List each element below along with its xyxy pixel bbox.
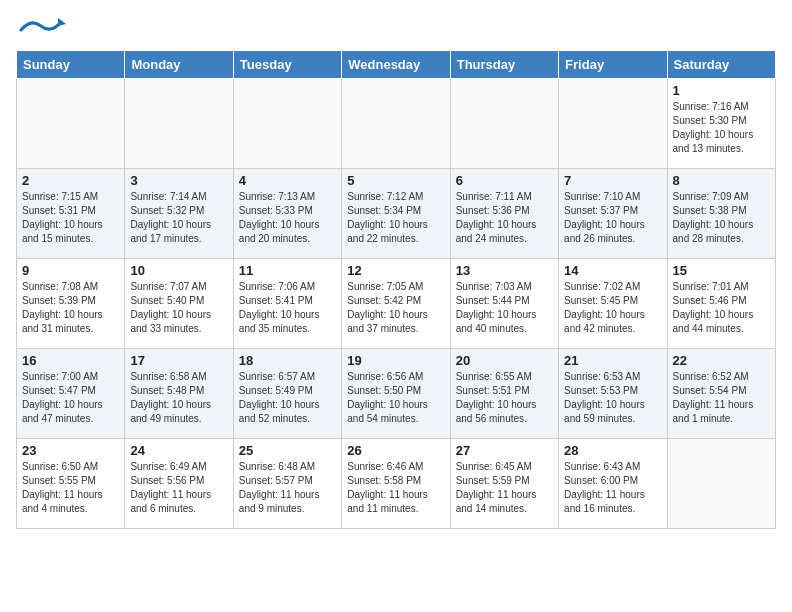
day-detail: Sunrise: 7:06 AM Sunset: 5:41 PM Dayligh…	[239, 280, 336, 336]
day-detail: Sunrise: 6:45 AM Sunset: 5:59 PM Dayligh…	[456, 460, 553, 516]
calendar-cell: 9Sunrise: 7:08 AM Sunset: 5:39 PM Daylig…	[17, 259, 125, 349]
day-number: 12	[347, 263, 444, 278]
day-detail: Sunrise: 7:01 AM Sunset: 5:46 PM Dayligh…	[673, 280, 770, 336]
day-detail: Sunrise: 7:00 AM Sunset: 5:47 PM Dayligh…	[22, 370, 119, 426]
day-detail: Sunrise: 6:50 AM Sunset: 5:55 PM Dayligh…	[22, 460, 119, 516]
calendar-cell: 11Sunrise: 7:06 AM Sunset: 5:41 PM Dayli…	[233, 259, 341, 349]
day-number: 3	[130, 173, 227, 188]
calendar-cell: 8Sunrise: 7:09 AM Sunset: 5:38 PM Daylig…	[667, 169, 775, 259]
col-header-monday: Monday	[125, 51, 233, 79]
calendar-cell	[17, 79, 125, 169]
day-detail: Sunrise: 6:57 AM Sunset: 5:49 PM Dayligh…	[239, 370, 336, 426]
day-detail: Sunrise: 7:11 AM Sunset: 5:36 PM Dayligh…	[456, 190, 553, 246]
day-detail: Sunrise: 6:56 AM Sunset: 5:50 PM Dayligh…	[347, 370, 444, 426]
day-detail: Sunrise: 7:02 AM Sunset: 5:45 PM Dayligh…	[564, 280, 661, 336]
calendar-cell: 24Sunrise: 6:49 AM Sunset: 5:56 PM Dayli…	[125, 439, 233, 529]
day-number: 8	[673, 173, 770, 188]
calendar-cell	[233, 79, 341, 169]
day-detail: Sunrise: 7:10 AM Sunset: 5:37 PM Dayligh…	[564, 190, 661, 246]
logo-icon	[16, 16, 66, 34]
day-detail: Sunrise: 6:46 AM Sunset: 5:58 PM Dayligh…	[347, 460, 444, 516]
day-number: 16	[22, 353, 119, 368]
day-detail: Sunrise: 6:53 AM Sunset: 5:53 PM Dayligh…	[564, 370, 661, 426]
calendar-cell: 18Sunrise: 6:57 AM Sunset: 5:49 PM Dayli…	[233, 349, 341, 439]
day-detail: Sunrise: 7:12 AM Sunset: 5:34 PM Dayligh…	[347, 190, 444, 246]
day-detail: Sunrise: 7:08 AM Sunset: 5:39 PM Dayligh…	[22, 280, 119, 336]
calendar-week-4: 23Sunrise: 6:50 AM Sunset: 5:55 PM Dayli…	[17, 439, 776, 529]
calendar-cell: 5Sunrise: 7:12 AM Sunset: 5:34 PM Daylig…	[342, 169, 450, 259]
day-number: 24	[130, 443, 227, 458]
calendar-cell: 12Sunrise: 7:05 AM Sunset: 5:42 PM Dayli…	[342, 259, 450, 349]
calendar-cell: 13Sunrise: 7:03 AM Sunset: 5:44 PM Dayli…	[450, 259, 558, 349]
calendar-week-2: 9Sunrise: 7:08 AM Sunset: 5:39 PM Daylig…	[17, 259, 776, 349]
day-number: 20	[456, 353, 553, 368]
calendar-cell	[559, 79, 667, 169]
calendar-cell: 19Sunrise: 6:56 AM Sunset: 5:50 PM Dayli…	[342, 349, 450, 439]
calendar-cell: 7Sunrise: 7:10 AM Sunset: 5:37 PM Daylig…	[559, 169, 667, 259]
day-number: 14	[564, 263, 661, 278]
calendar-cell: 4Sunrise: 7:13 AM Sunset: 5:33 PM Daylig…	[233, 169, 341, 259]
svg-marker-0	[58, 18, 66, 26]
day-detail: Sunrise: 6:48 AM Sunset: 5:57 PM Dayligh…	[239, 460, 336, 516]
calendar-cell: 25Sunrise: 6:48 AM Sunset: 5:57 PM Dayli…	[233, 439, 341, 529]
calendar-cell: 1Sunrise: 7:16 AM Sunset: 5:30 PM Daylig…	[667, 79, 775, 169]
col-header-tuesday: Tuesday	[233, 51, 341, 79]
calendar-table: SundayMondayTuesdayWednesdayThursdayFrid…	[16, 50, 776, 529]
day-number: 25	[239, 443, 336, 458]
day-number: 1	[673, 83, 770, 98]
day-number: 9	[22, 263, 119, 278]
day-number: 22	[673, 353, 770, 368]
calendar-cell: 21Sunrise: 6:53 AM Sunset: 5:53 PM Dayli…	[559, 349, 667, 439]
day-detail: Sunrise: 6:52 AM Sunset: 5:54 PM Dayligh…	[673, 370, 770, 426]
col-header-friday: Friday	[559, 51, 667, 79]
day-detail: Sunrise: 7:09 AM Sunset: 5:38 PM Dayligh…	[673, 190, 770, 246]
day-number: 23	[22, 443, 119, 458]
calendar-cell: 10Sunrise: 7:07 AM Sunset: 5:40 PM Dayli…	[125, 259, 233, 349]
calendar-cell: 28Sunrise: 6:43 AM Sunset: 6:00 PM Dayli…	[559, 439, 667, 529]
day-detail: Sunrise: 7:07 AM Sunset: 5:40 PM Dayligh…	[130, 280, 227, 336]
calendar-cell: 2Sunrise: 7:15 AM Sunset: 5:31 PM Daylig…	[17, 169, 125, 259]
calendar-cell	[125, 79, 233, 169]
calendar-cell: 14Sunrise: 7:02 AM Sunset: 5:45 PM Dayli…	[559, 259, 667, 349]
col-header-thursday: Thursday	[450, 51, 558, 79]
day-detail: Sunrise: 7:16 AM Sunset: 5:30 PM Dayligh…	[673, 100, 770, 156]
calendar-cell: 26Sunrise: 6:46 AM Sunset: 5:58 PM Dayli…	[342, 439, 450, 529]
calendar-cell: 27Sunrise: 6:45 AM Sunset: 5:59 PM Dayli…	[450, 439, 558, 529]
calendar-cell: 3Sunrise: 7:14 AM Sunset: 5:32 PM Daylig…	[125, 169, 233, 259]
day-detail: Sunrise: 6:49 AM Sunset: 5:56 PM Dayligh…	[130, 460, 227, 516]
day-number: 27	[456, 443, 553, 458]
day-number: 19	[347, 353, 444, 368]
day-number: 4	[239, 173, 336, 188]
calendar-cell: 6Sunrise: 7:11 AM Sunset: 5:36 PM Daylig…	[450, 169, 558, 259]
calendar-header-row: SundayMondayTuesdayWednesdayThursdayFrid…	[17, 51, 776, 79]
day-number: 6	[456, 173, 553, 188]
day-detail: Sunrise: 6:55 AM Sunset: 5:51 PM Dayligh…	[456, 370, 553, 426]
calendar-cell: 15Sunrise: 7:01 AM Sunset: 5:46 PM Dayli…	[667, 259, 775, 349]
day-detail: Sunrise: 7:14 AM Sunset: 5:32 PM Dayligh…	[130, 190, 227, 246]
day-number: 11	[239, 263, 336, 278]
page-header	[16, 16, 776, 38]
day-number: 2	[22, 173, 119, 188]
col-header-wednesday: Wednesday	[342, 51, 450, 79]
day-number: 10	[130, 263, 227, 278]
calendar-cell: 16Sunrise: 7:00 AM Sunset: 5:47 PM Dayli…	[17, 349, 125, 439]
calendar-week-0: 1Sunrise: 7:16 AM Sunset: 5:30 PM Daylig…	[17, 79, 776, 169]
logo	[16, 16, 66, 38]
day-number: 17	[130, 353, 227, 368]
col-header-sunday: Sunday	[17, 51, 125, 79]
calendar-cell	[667, 439, 775, 529]
day-number: 7	[564, 173, 661, 188]
calendar-cell	[450, 79, 558, 169]
calendar-week-1: 2Sunrise: 7:15 AM Sunset: 5:31 PM Daylig…	[17, 169, 776, 259]
day-detail: Sunrise: 7:13 AM Sunset: 5:33 PM Dayligh…	[239, 190, 336, 246]
calendar-cell: 20Sunrise: 6:55 AM Sunset: 5:51 PM Dayli…	[450, 349, 558, 439]
day-number: 15	[673, 263, 770, 278]
calendar-cell: 23Sunrise: 6:50 AM Sunset: 5:55 PM Dayli…	[17, 439, 125, 529]
day-detail: Sunrise: 7:05 AM Sunset: 5:42 PM Dayligh…	[347, 280, 444, 336]
calendar-week-3: 16Sunrise: 7:00 AM Sunset: 5:47 PM Dayli…	[17, 349, 776, 439]
day-detail: Sunrise: 7:15 AM Sunset: 5:31 PM Dayligh…	[22, 190, 119, 246]
day-detail: Sunrise: 7:03 AM Sunset: 5:44 PM Dayligh…	[456, 280, 553, 336]
calendar-cell: 17Sunrise: 6:58 AM Sunset: 5:48 PM Dayli…	[125, 349, 233, 439]
day-number: 5	[347, 173, 444, 188]
col-header-saturday: Saturday	[667, 51, 775, 79]
